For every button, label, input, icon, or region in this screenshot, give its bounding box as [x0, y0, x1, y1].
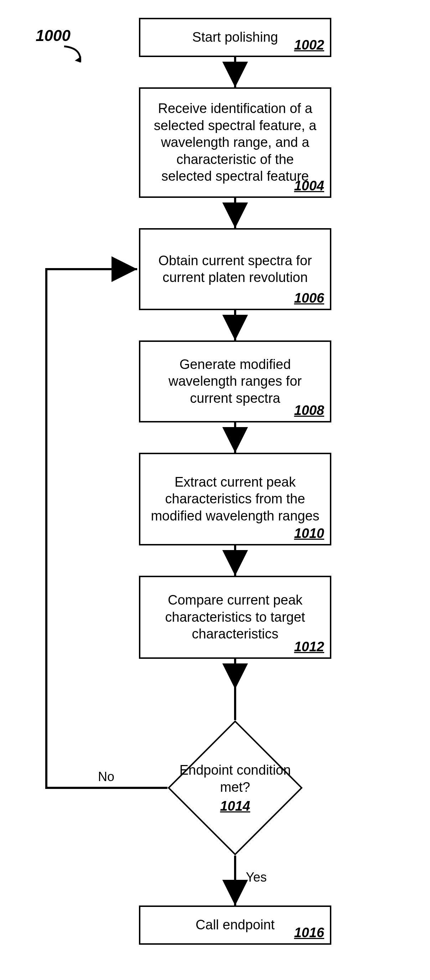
step-receive-identification: Receive identification of a selected spe…: [139, 88, 331, 198]
flowchart-canvas: 1000 Start polishing 1002 Receive identi…: [0, 0, 430, 980]
step-number: 1010: [294, 526, 324, 541]
step-number: 1012: [294, 639, 324, 654]
step-number: 1004: [294, 178, 324, 194]
step-number: 1006: [294, 291, 324, 306]
step-number: 1008: [294, 403, 324, 418]
step-text: Extract current peak characteristics fro…: [140, 474, 330, 525]
step-text: Generate modified wavelength ranges for …: [140, 356, 330, 407]
step-number: 1002: [294, 37, 324, 53]
step-start-polishing: Start polishing 1002: [139, 18, 331, 57]
step-text: Compare current peak characteristics to …: [140, 592, 330, 643]
edge-label-yes: Yes: [246, 870, 267, 885]
step-number: 1016: [294, 925, 324, 940]
step-generate-modified-ranges: Generate modified wavelength ranges for …: [139, 340, 331, 422]
figure-reference-arrow-icon: [60, 43, 89, 71]
edge-label-no: No: [98, 769, 114, 784]
step-compare-characteristics: Compare current peak characteristics to …: [139, 576, 331, 659]
step-text: Receive identification of a selected spe…: [140, 100, 330, 185]
step-obtain-current-spectra: Obtain current spectra for current plate…: [139, 228, 331, 310]
figure-reference-label: 1000: [36, 27, 71, 45]
step-call-endpoint: Call endpoint 1016: [139, 905, 331, 945]
svg-marker-0: [75, 56, 81, 62]
step-text: Obtain current spectra for current plate…: [140, 252, 330, 286]
step-extract-peak-characteristics: Extract current peak characteristics fro…: [139, 453, 331, 546]
decision-text: Endpoint condition met?: [167, 762, 303, 796]
decision-endpoint-condition: Endpoint condition met? 1014: [167, 720, 303, 856]
step-number: 1014: [220, 799, 251, 814]
